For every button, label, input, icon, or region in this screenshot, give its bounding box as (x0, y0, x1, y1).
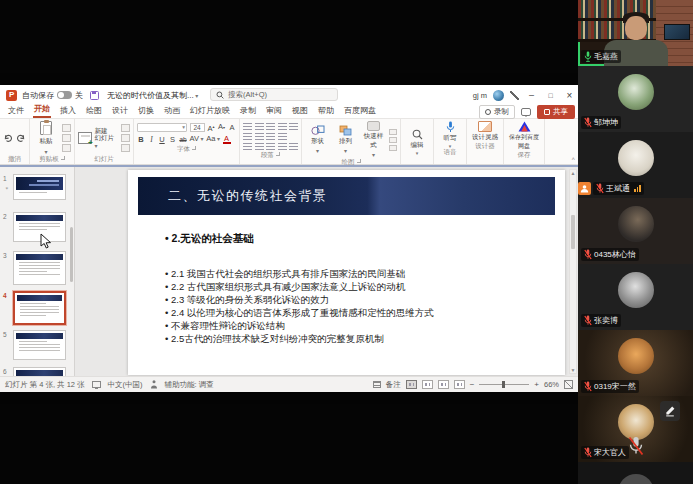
tab-transitions[interactable]: 切换 (137, 105, 155, 118)
tab-animations[interactable]: 动画 (163, 105, 181, 118)
autosave-toggle[interactable]: 自动保存 关 (22, 90, 83, 101)
section-icon[interactable] (121, 144, 130, 152)
tab-insert[interactable]: 插入 (59, 105, 77, 118)
user-avatar[interactable] (493, 90, 504, 101)
zoom-slider[interactable] (479, 384, 529, 386)
participant-tile[interactable]: 0435林心怡 (578, 198, 693, 264)
align-left-button[interactable] (243, 133, 252, 140)
line-spacing-button[interactable] (289, 123, 298, 130)
align-right-button[interactable] (266, 133, 275, 140)
notes-toggle[interactable]: 备注 (386, 380, 401, 390)
paste-button[interactable]: 粘贴 (33, 121, 59, 155)
copy-icon[interactable] (62, 134, 71, 142)
save-to-baidu-button[interactable]: 保存到百度网盘 (507, 121, 541, 151)
participant-tile-partial[interactable] (578, 462, 693, 484)
tab-help[interactable]: 帮助 (317, 105, 335, 118)
dialog-launcher-icon[interactable] (192, 146, 196, 150)
text-shadow-button[interactable]: S (169, 135, 177, 144)
grow-font-button[interactable]: A (207, 122, 215, 133)
layout-icon[interactable] (121, 124, 130, 132)
undo-button[interactable] (3, 129, 13, 147)
language-indicator[interactable]: 中文(中国) (108, 380, 143, 390)
search-box[interactable]: 搜索(Alt+Q) (210, 88, 338, 101)
font-size-select[interactable]: 24 (190, 123, 205, 132)
reading-view-icon[interactable] (438, 380, 449, 389)
clear-formatting-button[interactable]: A (228, 123, 236, 132)
display-settings-icon[interactable] (92, 381, 101, 388)
tab-view[interactable]: 视图 (291, 105, 309, 118)
fit-to-window-icon[interactable] (564, 380, 573, 389)
record-button[interactable]: 录制 (479, 105, 515, 119)
participant-tile[interactable]: 张奕博 (578, 264, 693, 330)
tab-slideshow[interactable]: 幻灯片放映 (189, 105, 231, 118)
strikethrough-button[interactable]: ab (179, 135, 187, 144)
participant-tile-active-speaker[interactable]: 毛嘉燕 (578, 0, 693, 66)
shape-outline-icon[interactable] (389, 137, 397, 143)
slide-canvas[interactable]: 二、无讼的传统社会背景 2.无讼的社会基础 2.1 我国古代社会的组织形式具有排… (128, 170, 565, 375)
shapes-button[interactable]: 形状 (305, 125, 330, 154)
participant-tile[interactable]: 宋大官人 (578, 396, 693, 462)
dialog-launcher-icon[interactable] (357, 159, 361, 163)
paragraph-misc-button[interactable] (289, 143, 298, 150)
dictate-button[interactable]: 听写 ▾ (437, 121, 463, 148)
tab-draw[interactable]: 绘图 (85, 105, 103, 118)
indent-decrease-button[interactable] (266, 123, 275, 130)
tab-design[interactable]: 设计 (111, 105, 129, 118)
thumbnail-scrollbar[interactable] (70, 227, 73, 282)
vertical-scrollbar[interactable]: ▲ ▼ (569, 169, 577, 374)
slide-thumbnail-4-selected[interactable] (13, 291, 66, 325)
slide-thumbnail-6[interactable] (13, 367, 66, 376)
font-name-select[interactable] (137, 123, 187, 132)
quick-styles-button[interactable]: 快速样式 (361, 121, 386, 158)
format-painter-icon[interactable] (62, 144, 71, 152)
accessibility-status[interactable]: 辅助功能: 调查 (165, 380, 214, 390)
zoom-level[interactable]: 66% (544, 380, 559, 389)
bullets-button[interactable] (243, 123, 252, 130)
dialog-launcher-icon[interactable] (61, 156, 65, 160)
scrollbar-thumb[interactable] (571, 215, 575, 249)
dialog-launcher-icon[interactable] (276, 152, 280, 156)
underline-button[interactable]: U (158, 135, 166, 144)
minimize-button[interactable] (525, 85, 538, 105)
align-center-button[interactable] (255, 133, 264, 140)
text-direction-button[interactable] (255, 143, 264, 150)
tab-home[interactable]: 开始 (33, 103, 51, 118)
normal-view-icon[interactable] (406, 380, 417, 389)
font-color-button[interactable]: A (223, 135, 231, 144)
slide-sorter-icon[interactable] (422, 380, 433, 389)
numbering-button[interactable] (255, 123, 264, 130)
redo-button[interactable] (16, 129, 26, 147)
convert-smartart-button[interactable] (278, 143, 287, 150)
participant-tile[interactable]: 0319宋一然 (578, 330, 693, 396)
slide-thumbnail-3[interactable] (13, 251, 66, 285)
zoom-slider-thumb[interactable] (502, 381, 505, 389)
justify-button[interactable] (278, 133, 287, 140)
arrange-button[interactable]: 排列 (333, 125, 358, 154)
tab-file[interactable]: 文件 (7, 105, 25, 118)
save-icon[interactable] (90, 91, 99, 100)
tab-record[interactable]: 录制 (239, 105, 257, 118)
participant-tile[interactable]: 王斌通 (578, 132, 693, 198)
slide-thumbnail-1[interactable] (13, 174, 66, 200)
editing-button[interactable]: 编辑 ▾ (404, 121, 430, 163)
tab-review[interactable]: 审阅 (265, 105, 283, 118)
scroll-down-icon[interactable]: ▼ (570, 367, 576, 373)
slide-thumbnail-5[interactable] (13, 330, 66, 360)
indent-increase-button[interactable] (278, 123, 287, 130)
ink-pen-icon[interactable] (510, 91, 519, 100)
zoom-out-button[interactable]: − (470, 381, 475, 389)
close-button[interactable] (563, 85, 576, 105)
align-text-button[interactable] (266, 143, 275, 150)
scroll-up-icon[interactable]: ▲ (570, 170, 576, 176)
maximize-button[interactable] (544, 85, 557, 105)
share-button[interactable]: 共享 (537, 105, 575, 119)
cut-icon[interactable] (62, 124, 71, 132)
collapse-ribbon-icon[interactable]: ˄ (571, 156, 575, 162)
new-slide-button[interactable]: 新建幻灯片 (78, 127, 118, 150)
participant-tile[interactable]: 邹坤坤 (578, 66, 693, 132)
change-case-button[interactable]: Aa (206, 134, 220, 144)
design-ideas-button[interactable]: 设计灵感 (470, 121, 500, 142)
columns-button[interactable] (243, 143, 252, 150)
zoom-in-button[interactable]: + (534, 381, 539, 389)
tab-baidu-netdisk[interactable]: 百度网盘 (343, 105, 377, 118)
